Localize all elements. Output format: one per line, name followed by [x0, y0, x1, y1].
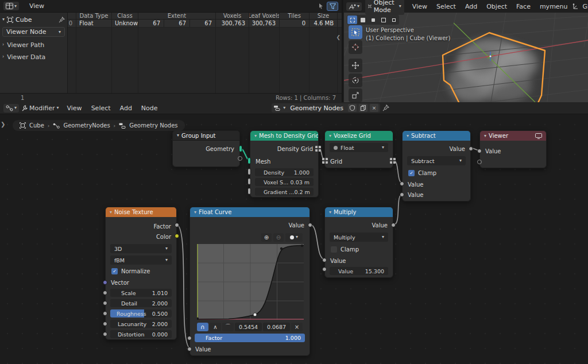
region-toggle-arrow[interactable]: ❯ — [1, 121, 5, 127]
noise-type-dropdown[interactable]: fBM ▾ — [110, 255, 172, 265]
pin-icon[interactable] — [382, 104, 389, 111]
voxel-size-input-socket[interactable] — [247, 178, 251, 185]
col-header-tiles[interactable]: Tiles — [280, 13, 310, 19]
zoom-in-button[interactable]: ⊕ — [261, 233, 272, 242]
value-output-socket[interactable] — [469, 146, 473, 151]
zoom-out-button[interactable]: ⊖ — [273, 233, 284, 242]
grid-input-socket[interactable] — [322, 158, 328, 164]
handle-vector-button[interactable]: ∧ — [210, 323, 221, 331]
scale-input-socket[interactable] — [103, 291, 107, 295]
select-intersect-button[interactable] — [389, 16, 399, 24]
scale-tool[interactable] — [349, 88, 362, 102]
point-y-field[interactable]: 0.0687 — [263, 323, 290, 331]
viewport-canvas[interactable]: User Perspective (1) Collection | Cube (… — [344, 13, 588, 102]
node-mesh-to-density-grid[interactable]: ▾ Mesh to Density Grid Density Grid Mesh… — [250, 130, 319, 198]
value-field-input-socket[interactable] — [322, 267, 327, 272]
menu-object[interactable]: Object — [482, 3, 512, 10]
clamp-checkbox[interactable]: ✓ Clamp — [403, 169, 470, 177]
menu-face[interactable]: Face — [512, 3, 535, 10]
menu-add[interactable]: Add — [461, 3, 482, 10]
roughness-input-socket[interactable] — [103, 311, 107, 316]
collapse-icon[interactable]: ▾ — [177, 133, 179, 138]
color-output-socket[interactable] — [175, 234, 179, 238]
normalize-checkbox[interactable]: ✓ Normalize — [106, 268, 176, 275]
col-header-extent[interactable]: Extent — [138, 13, 216, 19]
node-voxelize-grid[interactable]: ▾ Voxelize Grid Float ▾ Grid — [324, 130, 393, 168]
data-type-dropdown[interactable]: Float ▾ — [330, 143, 388, 152]
distortion-slider[interactable]: Distortion 0.000 — [110, 330, 172, 338]
breadcrumb-modifier[interactable]: GeometryNodes — [63, 122, 110, 129]
virtual-socket[interactable] — [477, 160, 482, 164]
roughness-slider[interactable]: Roughness 0.500 — [110, 309, 172, 317]
node-float-curve[interactable]: ▾ Float Curve Value ⊕ ⊖ ▾ — [189, 207, 310, 356]
col-header-leaf-voxels[interactable]: Leaf Voxels — [249, 13, 280, 19]
factor-input-socket[interactable] — [187, 336, 192, 340]
lacunarity-input-socket[interactable] — [103, 322, 107, 326]
select-invert-button[interactable] — [378, 16, 388, 24]
menu-view[interactable]: View — [25, 2, 49, 10]
node-header[interactable]: ▾ Viewer — [480, 131, 546, 141]
object-row[interactable]: ▾ Cube — [2, 14, 65, 25]
node-tree-name[interactable]: Geometry Nodes — [288, 104, 346, 112]
gradient-width-field[interactable]: Gradient ... 0.2 m — [255, 188, 314, 196]
collapse-icon[interactable]: ▾ — [194, 210, 196, 215]
grid-output-socket[interactable] — [390, 158, 396, 164]
fake-user-button[interactable] — [348, 104, 357, 112]
value-input-socket[interactable] — [477, 149, 482, 153]
menu-select[interactable]: Select — [87, 104, 115, 112]
node-header[interactable]: ▾ Multiply — [325, 207, 393, 217]
gradient-input-socket[interactable] — [247, 188, 251, 195]
viewport-3d[interactable]: ▾ Object Mode ▾ View Select Add Object F… — [344, 0, 588, 102]
value-output-socket[interactable] — [391, 223, 396, 227]
value-field[interactable]: Value 15.300 — [330, 267, 388, 275]
chevron-down-icon[interactable]: ▾ — [283, 106, 285, 110]
select-new-button[interactable] — [347, 16, 357, 24]
delete-point-button[interactable]: × — [291, 323, 303, 331]
node-noise-texture[interactable]: ▾ Noise Texture Factor Color 3D ▾ fBM ▾ … — [105, 207, 177, 340]
node-multiply[interactable]: ▾ Multiply Value Multiply ▾ Clamp Value … — [324, 207, 393, 278]
menu-view[interactable]: View — [63, 104, 87, 112]
node-header[interactable]: ▾ Group Input — [173, 131, 239, 141]
node-header[interactable]: ▾ Subtract — [403, 131, 470, 141]
sidebar-section-viewer-path[interactable]: › Viewer Path — [2, 41, 65, 49]
node-header[interactable]: ▾ Mesh to Density Grid — [250, 131, 318, 141]
density-field[interactable]: Density 1.000 — [255, 168, 314, 176]
menu-select[interactable]: Select — [432, 3, 461, 10]
value-input-socket[interactable] — [187, 347, 192, 351]
pin-icon[interactable] — [59, 17, 65, 23]
breadcrumb-tree[interactable]: Geometry Nodes — [129, 122, 177, 129]
collapse-icon[interactable]: ▾ — [329, 210, 331, 215]
collapse-icon[interactable]: ▾ — [329, 134, 331, 138]
value-input-socket-1[interactable] — [400, 181, 404, 186]
sidebar-section-viewer-data[interactable]: › Viewer Data — [2, 53, 65, 61]
node-header[interactable]: ▾ Voxelize Grid — [325, 131, 393, 141]
tweak-select-tool[interactable] — [349, 25, 362, 39]
node-viewer[interactable]: ▾ Viewer Value — [479, 130, 547, 168]
editor-type-button[interactable]: ▾ — [3, 104, 19, 113]
editor-type-button[interactable]: ▾ — [3, 2, 19, 10]
breadcrumb-object[interactable]: Cube — [29, 122, 44, 129]
node-subtract[interactable]: ▾ Subtract Value Subtract ▾ ✓ Clamp Valu… — [402, 130, 471, 202]
menu-add[interactable]: Add — [115, 104, 137, 112]
orientation-selector[interactable]: Global ▾ — [583, 3, 588, 10]
value-input-socket[interactable] — [322, 258, 327, 262]
select-subtract-button[interactable] — [368, 16, 378, 24]
menu-view[interactable]: View — [408, 3, 432, 10]
mode-selector[interactable]: Object Mode ▾ — [365, 0, 404, 15]
curve-widget[interactable] — [197, 244, 304, 320]
collapse-icon[interactable]: ▾ — [254, 134, 257, 138]
move-tool[interactable] — [349, 59, 362, 72]
node-group-input[interactable]: ▾ Group Input Geometry — [172, 130, 240, 167]
voxel-size-field[interactable]: Voxel S... 0.03 m — [255, 178, 314, 186]
mesh-input-socket[interactable] — [247, 157, 251, 164]
region-collapse-arrow[interactable]: ❮ — [336, 34, 341, 40]
factor-slider[interactable]: Factor 1.000 — [195, 334, 305, 342]
dataset-selector[interactable]: Viewer Node ▾ — [2, 27, 65, 37]
unlink-button[interactable]: × — [370, 104, 378, 112]
curve-options-button[interactable]: ▾ — [285, 233, 303, 242]
cursor-tool[interactable] — [349, 40, 362, 54]
col-header-voxels[interactable]: Voxels — [216, 13, 249, 19]
point-x-field[interactable]: 0.5454 — [235, 323, 262, 331]
factor-output-socket[interactable] — [175, 223, 179, 227]
vector-input-socket[interactable] — [103, 280, 107, 285]
